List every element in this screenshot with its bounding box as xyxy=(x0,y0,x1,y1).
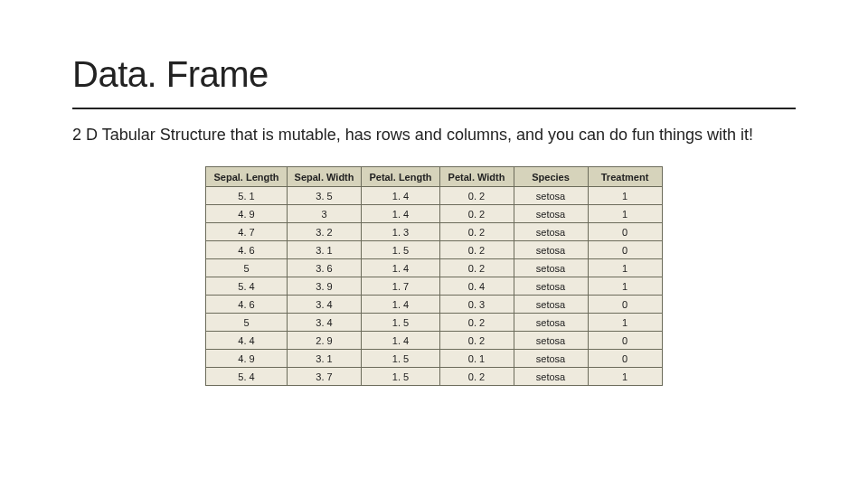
table-row: 4. 42. 91. 40. 2setosa0 xyxy=(206,332,662,350)
col-header: Treatment xyxy=(588,167,662,187)
table-cell: 0. 3 xyxy=(439,296,514,314)
table-row: 4. 63. 11. 50. 2setosa0 xyxy=(206,241,662,259)
title-underline xyxy=(72,108,796,109)
col-header: Petal. Length xyxy=(362,167,439,187)
table-cell: 0. 2 xyxy=(439,332,514,350)
table-cell: 5. 1 xyxy=(206,187,287,205)
table-cell: 0. 1 xyxy=(439,350,514,368)
table-cell: 0 xyxy=(588,296,662,314)
table-row: 4. 73. 21. 30. 2setosa0 xyxy=(206,223,662,241)
table-cell: 1. 3 xyxy=(362,223,439,241)
table-cell: 1 xyxy=(588,368,662,386)
table-row: 53. 41. 50. 2setosa1 xyxy=(206,314,662,332)
table-row: 4. 63. 41. 40. 3setosa0 xyxy=(206,296,662,314)
table-cell: 4. 7 xyxy=(206,223,287,241)
table-cell: 1 xyxy=(588,259,662,277)
table-cell: 0. 2 xyxy=(439,187,514,205)
table-row: 5. 43. 91. 70. 4setosa1 xyxy=(206,277,662,296)
table-cell: 0. 2 xyxy=(439,205,514,223)
table-cell: 1. 4 xyxy=(362,259,439,277)
table-cell: 0. 2 xyxy=(439,259,514,277)
col-header: Sepal. Length xyxy=(206,167,287,187)
table-cell: 0. 2 xyxy=(439,241,514,259)
table-cell: 3. 7 xyxy=(287,368,362,386)
table-cell: 4. 9 xyxy=(206,350,287,368)
table-header-row: Sepal. Length Sepal. Width Petal. Length… xyxy=(206,167,662,187)
table-cell: 3. 5 xyxy=(287,187,362,205)
table-row: 53. 61. 40. 2setosa1 xyxy=(206,259,662,277)
table-cell: 3. 4 xyxy=(287,314,362,332)
table-row: 4. 931. 40. 2setosa1 xyxy=(206,205,662,223)
table-cell: 0. 4 xyxy=(439,277,514,296)
table-cell: setosa xyxy=(514,223,588,241)
table-cell: 5 xyxy=(206,259,287,277)
col-header: Petal. Width xyxy=(439,167,514,187)
table-cell: setosa xyxy=(514,187,588,205)
table-body: 5. 13. 51. 40. 2setosa14. 931. 40. 2seto… xyxy=(206,187,662,386)
table-cell: 4. 9 xyxy=(206,205,287,223)
table-cell: setosa xyxy=(514,314,588,332)
table-cell: 1. 4 xyxy=(362,187,439,205)
table-cell: 3. 4 xyxy=(287,296,362,314)
col-header: Species xyxy=(514,167,588,187)
table-cell: setosa xyxy=(514,205,588,223)
table-cell: 1 xyxy=(588,205,662,223)
slide: Data. Frame 2 D Tabular Structure that i… xyxy=(0,0,868,422)
table-cell: 1. 5 xyxy=(362,314,439,332)
table-cell: 1 xyxy=(588,314,662,332)
table-cell: 3. 1 xyxy=(287,350,362,368)
table-cell: 1 xyxy=(588,277,662,296)
table-cell: 4. 4 xyxy=(206,332,287,350)
col-header: Sepal. Width xyxy=(287,167,362,187)
table-cell: 0. 2 xyxy=(439,314,514,332)
table-cell: 2. 9 xyxy=(287,332,362,350)
table-cell: 1. 4 xyxy=(362,205,439,223)
table-cell: setosa xyxy=(514,350,588,368)
table-cell: 5. 4 xyxy=(206,368,287,386)
table-row: 5. 43. 71. 50. 2setosa1 xyxy=(206,368,662,386)
table-cell: 3 xyxy=(287,205,362,223)
table-cell: 4. 6 xyxy=(206,296,287,314)
table-cell: 1. 7 xyxy=(362,277,439,296)
table-cell: 0 xyxy=(588,241,662,259)
slide-title: Data. Frame xyxy=(72,54,796,95)
table-cell: 1. 4 xyxy=(362,332,439,350)
table-cell: 0 xyxy=(588,350,662,368)
table-cell: setosa xyxy=(514,368,588,386)
table-cell: 5 xyxy=(206,314,287,332)
table-cell: 4. 6 xyxy=(206,241,287,259)
table-cell: 1. 5 xyxy=(362,368,439,386)
table-cell: 1. 4 xyxy=(362,296,439,314)
table-cell: 1 xyxy=(588,187,662,205)
table-container: Sepal. Length Sepal. Width Petal. Length… xyxy=(72,166,796,386)
table-cell: 5. 4 xyxy=(206,277,287,296)
table-cell: 0 xyxy=(588,223,662,241)
table-cell: setosa xyxy=(514,296,588,314)
table-cell: setosa xyxy=(514,241,588,259)
table-cell: 3. 1 xyxy=(287,241,362,259)
table-cell: 3. 9 xyxy=(287,277,362,296)
table-row: 5. 13. 51. 40. 2setosa1 xyxy=(206,187,662,205)
table-cell: 0. 2 xyxy=(439,223,514,241)
table-cell: 1. 5 xyxy=(362,241,439,259)
slide-subtitle: 2 D Tabular Structure that is mutable, h… xyxy=(72,126,796,145)
table-cell: setosa xyxy=(514,277,588,296)
table-cell: 3. 2 xyxy=(287,223,362,241)
table-cell: 1. 5 xyxy=(362,350,439,368)
table-cell: setosa xyxy=(514,259,588,277)
table-cell: 0 xyxy=(588,332,662,350)
data-table: Sepal. Length Sepal. Width Petal. Length… xyxy=(205,166,662,386)
table-cell: setosa xyxy=(514,332,588,350)
table-cell: 3. 6 xyxy=(287,259,362,277)
table-cell: 0. 2 xyxy=(439,368,514,386)
table-row: 4. 93. 11. 50. 1setosa0 xyxy=(206,350,662,368)
